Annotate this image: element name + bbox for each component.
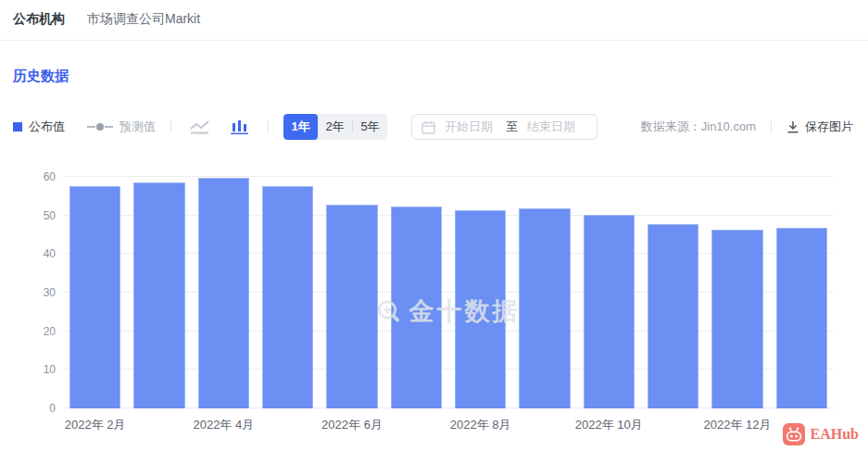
x-axis-tick-label: 2022年 2月 [65, 417, 126, 433]
date-separator: 至 [506, 119, 518, 135]
bar[interactable] [584, 215, 635, 408]
y-axis-tick-label: 30 [22, 287, 56, 298]
bar[interactable] [455, 210, 506, 408]
bar[interactable] [391, 207, 442, 408]
range-button-2y[interactable]: 2年 [318, 114, 352, 140]
blue-square-icon [13, 122, 22, 132]
legend-label: 公布值 [29, 119, 65, 135]
range-button-1y[interactable]: 1年 [283, 114, 318, 140]
bar[interactable] [133, 182, 184, 408]
y-axis-tick-label: 60 [22, 171, 56, 182]
range-button-group: 1年 2年 5年 [283, 114, 387, 140]
x-axis-tick-label: 2022年 4月 [193, 417, 254, 433]
start-date-input[interactable]: 开始日期 [445, 119, 493, 135]
gridline [63, 176, 834, 177]
bar[interactable] [69, 186, 120, 408]
section-title-history-data: 历史数据 [13, 68, 868, 85]
y-axis-tick-label: 10 [22, 364, 56, 375]
end-date-input[interactable]: 结束日期 [527, 119, 575, 135]
bar[interactable] [711, 230, 762, 408]
legend-published-value[interactable]: 公布值 [13, 119, 65, 135]
legend-forecast-value[interactable]: 预测值 [65, 119, 156, 135]
y-axis-tick-label: 50 [22, 210, 56, 221]
eahub-logo-text: EAHub [811, 426, 859, 443]
x-axis-tick-label: 2022年 6月 [321, 417, 383, 433]
publisher-label: 公布机构 [13, 11, 65, 28]
publisher-header: 公布机构 市场调查公司Markit [0, 0, 868, 41]
y-axis-tick-label: 20 [22, 326, 56, 337]
data-source-text: 数据来源：Jin10.com [641, 119, 756, 135]
plot-area: 金十数据 01020304050602022年 2月2022年 4月2022年 … [63, 177, 834, 408]
divider [771, 120, 772, 133]
bar[interactable] [648, 224, 698, 408]
line-dot-icon [87, 123, 113, 131]
bar[interactable] [776, 228, 827, 408]
y-axis-tick-label: 0 [22, 403, 56, 414]
legend-label: 预测值 [120, 119, 156, 135]
divider [268, 120, 269, 133]
range-button-5y[interactable]: 5年 [353, 114, 387, 140]
history-bar-chart: 金十数据 01020304050602022年 2月2022年 4月2022年 … [0, 177, 868, 408]
save-image-label: 保存图片 [805, 119, 853, 135]
robot-icon [783, 423, 805, 445]
x-axis-tick-label: 2022年 10月 [575, 417, 643, 433]
bar[interactable] [326, 205, 377, 408]
save-image-button[interactable]: 保存图片 [786, 119, 853, 135]
bar[interactable] [198, 178, 249, 408]
bar-chart-icon[interactable] [227, 118, 253, 136]
line-chart-icon[interactable] [186, 119, 214, 136]
eahub-logo: EAHub [783, 423, 859, 445]
x-axis-tick-label: 2022年 12月 [704, 417, 772, 433]
bar[interactable] [519, 208, 570, 408]
download-icon [786, 120, 799, 133]
date-range-picker[interactable]: 开始日期 至 结束日期 [411, 114, 598, 140]
calendar-icon [421, 120, 435, 134]
publisher-value: 市场调查公司Markit [87, 11, 200, 28]
chart-toolbar: 公布值 预测值 1年 2年 5年 [13, 114, 853, 140]
divider [170, 120, 171, 133]
x-axis-tick-label: 2022年 8月 [450, 417, 511, 433]
bar[interactable] [262, 186, 313, 408]
y-axis-tick-label: 40 [22, 248, 56, 259]
